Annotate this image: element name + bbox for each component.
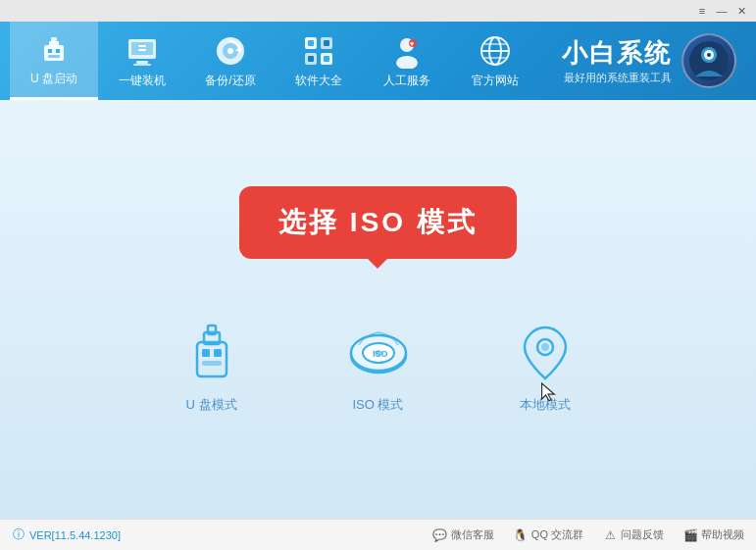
svg-rect-40: [202, 349, 210, 357]
brand-slogan: 最好用的系统重装工具: [562, 71, 672, 85]
website-icon: [478, 33, 513, 69]
mode-icons: U 盘模式 ISO ISO 模式: [177, 318, 580, 414]
feedback[interactable]: ⚠ 问题反馈: [603, 527, 664, 542]
nav-item-one-click[interactable]: 一键装机: [98, 22, 186, 100]
svg-rect-7: [131, 42, 153, 55]
service-icon: ♥: [389, 33, 425, 69]
usb-mode-item[interactable]: U 盘模式: [177, 318, 246, 414]
title-bar: ≡ — ✕: [0, 0, 756, 22]
nav-item-service[interactable]: ♥ 人工服务: [363, 22, 451, 100]
status-bar: ⓘ VER[11.5.44.1230] 💬 微信客服 🐧 QQ 交流群 ⚠ 问题…: [0, 519, 756, 550]
local-mode-icon: [511, 318, 580, 386]
svg-point-49: [541, 343, 549, 351]
wechat-icon: 💬: [433, 528, 447, 542]
backup-icon: [213, 33, 248, 69]
brand: 小白系统 最好用的系统重装工具: [562, 33, 746, 88]
menu-icon[interactable]: ≡: [695, 4, 709, 18]
nav-items: U 盘启动 一键装机: [10, 22, 562, 100]
info-icon: ⓘ: [12, 528, 25, 542]
nav-label-backup: 备份/还原: [205, 73, 255, 89]
wechat-label: 微信客服: [451, 527, 494, 542]
svg-rect-8: [136, 61, 148, 64]
usb-boot-icon: [36, 31, 72, 67]
svg-rect-9: [133, 64, 151, 66]
svg-rect-21: [324, 40, 329, 46]
usb-mode-label: U 盘模式: [186, 396, 237, 414]
svg-rect-0: [44, 45, 64, 61]
svg-text:ISO: ISO: [373, 349, 388, 359]
svg-rect-42: [202, 361, 222, 366]
main-content: 选择 ISO 模式 U 盘模式: [0, 100, 756, 519]
svg-point-36: [707, 53, 711, 57]
brand-name: 小白系统: [562, 36, 672, 71]
help-video[interactable]: 🎬 帮助视频: [683, 527, 744, 542]
wechat-service[interactable]: 💬 微信客服: [433, 527, 494, 542]
svg-rect-10: [138, 45, 146, 47]
qq-icon: 🐧: [514, 528, 528, 542]
svg-rect-11: [138, 49, 146, 51]
svg-rect-4: [56, 49, 60, 53]
local-mode-item[interactable]: 本地模式: [511, 318, 580, 414]
svg-rect-3: [48, 49, 52, 53]
nav-item-backup[interactable]: 备份/还原: [186, 22, 275, 100]
nav-label-usb-boot: U 盘启动: [30, 71, 77, 87]
version-text: VER[11.5.44.1230]: [29, 529, 121, 541]
svg-rect-41: [214, 349, 222, 357]
nav-label-website: 官方网站: [472, 73, 519, 89]
nav-item-software[interactable]: 软件大全: [275, 22, 363, 100]
svg-point-14: [227, 48, 233, 54]
tooltip-text: 选择 ISO 模式: [278, 207, 478, 237]
iso-mode-tooltip: 选择 ISO 模式: [239, 186, 517, 259]
svg-rect-2: [51, 37, 57, 42]
svg-point-25: [396, 56, 418, 69]
qq-group[interactable]: 🐧 QQ 交流群: [514, 527, 583, 542]
svg-rect-37: [197, 342, 227, 376]
one-click-icon: [125, 33, 160, 69]
brand-text: 小白系统 最好用的系统重装工具: [562, 36, 672, 85]
nav-label-service: 人工服务: [383, 73, 430, 89]
svg-rect-5: [48, 55, 60, 58]
feedback-icon: ⚠: [603, 528, 617, 542]
version-info: ⓘ VER[11.5.44.1230]: [12, 528, 121, 542]
iso-mode-item[interactable]: ISO ISO 模式: [344, 318, 413, 414]
nav-label-software: 软件大全: [295, 73, 342, 89]
brand-logo: [681, 33, 736, 88]
svg-rect-22: [308, 56, 314, 62]
nav-item-usb-boot[interactable]: U 盘启动: [10, 22, 98, 100]
svg-rect-20: [308, 40, 314, 46]
nav-bar: U 盘启动 一键装机: [0, 22, 756, 100]
svg-rect-23: [324, 56, 329, 62]
software-icon: [301, 33, 336, 69]
qq-label: QQ 交流群: [531, 527, 583, 542]
nav-label-one-click: 一键装机: [119, 73, 166, 89]
close-button[interactable]: ✕: [734, 4, 748, 18]
minimize-button[interactable]: —: [715, 4, 729, 18]
help-label: 帮助视频: [701, 527, 744, 542]
local-mode-label: 本地模式: [520, 396, 571, 414]
feedback-label: 问题反馈: [621, 527, 664, 542]
svg-text:♥: ♥: [410, 40, 414, 47]
help-icon: 🎬: [683, 528, 697, 542]
usb-mode-icon: [177, 318, 246, 386]
iso-mode-icon: ISO: [344, 318, 413, 386]
iso-mode-label: ISO 模式: [352, 396, 403, 414]
nav-item-website[interactable]: 官方网站: [451, 22, 539, 100]
